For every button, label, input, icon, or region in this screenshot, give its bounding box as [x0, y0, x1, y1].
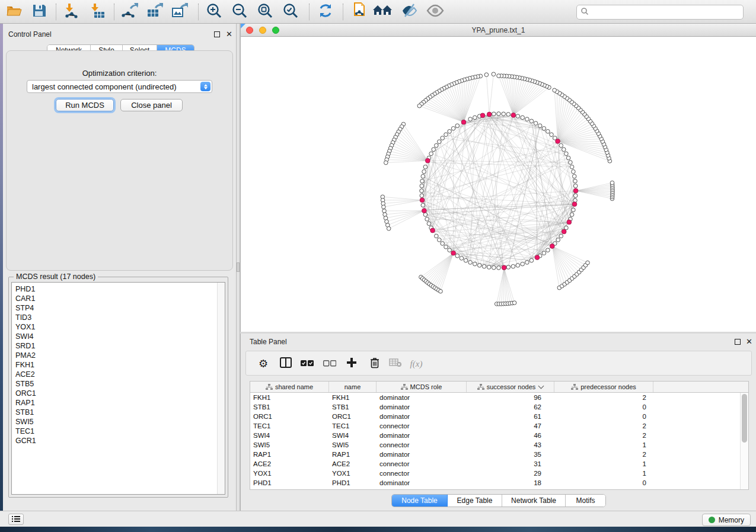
table-cell[interactable]: dominator — [377, 393, 467, 402]
network-node[interactable] — [502, 112, 506, 116]
table-row[interactable]: FKH1FKH1dominator962 — [250, 393, 740, 402]
network-node[interactable] — [525, 261, 529, 265]
network-node[interactable] — [564, 152, 569, 156]
network-node[interactable] — [572, 169, 576, 174]
apply-function-button[interactable]: f(x) — [409, 357, 424, 371]
table-cell[interactable]: PHD1 — [329, 478, 377, 488]
table-cell[interactable]: connector — [377, 469, 467, 478]
network-node[interactable] — [521, 262, 525, 266]
network-node[interactable] — [432, 148, 436, 152]
network-node[interactable] — [492, 72, 496, 76]
table-cell[interactable]: 35 — [467, 450, 554, 459]
open-network-file-button[interactable] — [349, 3, 368, 21]
network-node[interactable] — [572, 208, 576, 212]
open-session-button[interactable] — [5, 3, 24, 21]
table-cell[interactable]: RAP1 — [329, 450, 377, 459]
network-node[interactable] — [586, 261, 590, 265]
network-node[interactable] — [497, 74, 501, 78]
table-cell[interactable]: 2 — [554, 431, 653, 440]
close-panel-icon[interactable]: ✕ — [226, 31, 232, 37]
network-hub-node[interactable] — [451, 251, 456, 255]
network-node[interactable] — [425, 217, 429, 222]
table-row[interactable]: TEC1TEC1connector472 — [250, 421, 740, 431]
network-node[interactable] — [525, 117, 529, 121]
table-row[interactable]: PHD1PHD1dominator180 — [250, 478, 740, 488]
table-cell[interactable]: 0 — [554, 412, 653, 421]
network-hub-node[interactable] — [430, 228, 435, 233]
network-node[interactable] — [448, 248, 452, 252]
table-scrollbar[interactable] — [740, 393, 748, 489]
network-hub-node[interactable] — [511, 113, 516, 118]
search-input[interactable] — [589, 7, 743, 18]
column-header-mcds-role[interactable]: MCDS role — [377, 382, 467, 392]
network-node[interactable] — [455, 124, 460, 128]
network-node[interactable] — [559, 143, 563, 148]
table-cell[interactable]: YOX1 — [329, 469, 377, 478]
table-cell[interactable]: dominator — [377, 478, 467, 488]
table-row[interactable]: ORC1ORC1dominator610 — [250, 412, 740, 421]
zoom-selected-button[interactable] — [281, 3, 300, 21]
network-node[interactable] — [420, 184, 424, 188]
table-cell[interactable]: FKH1 — [250, 393, 329, 402]
table-cell[interactable]: 47 — [467, 421, 554, 431]
close-table-panel-icon[interactable]: ✕ — [746, 338, 752, 345]
table-row[interactable]: RAP1RAP1dominator352 — [250, 450, 740, 459]
network-node[interactable] — [438, 140, 442, 144]
table-cell[interactable]: STB1 — [250, 402, 329, 412]
table-cell[interactable]: dominator — [377, 450, 467, 459]
network-hub-node[interactable] — [480, 113, 485, 118]
network-node[interactable] — [387, 227, 391, 231]
zoom-out-button[interactable] — [230, 3, 249, 21]
table-cell[interactable]: ORC1 — [329, 412, 377, 421]
table-cell[interactable]: SWI5 — [250, 440, 329, 450]
table-cell[interactable]: 96 — [467, 393, 554, 402]
network-node[interactable] — [460, 257, 464, 261]
network-node[interactable] — [421, 203, 425, 207]
network-node[interactable] — [559, 234, 563, 238]
network-node[interactable] — [529, 119, 534, 123]
table-row[interactable]: SWI5SWI5connector431 — [250, 440, 740, 450]
table-cell[interactable]: 61 — [467, 412, 554, 421]
mcds-result-item[interactable]: PMA2 — [12, 351, 216, 360]
table-cell[interactable]: ACE2 — [250, 459, 329, 469]
tab-network-table[interactable]: Network Table — [502, 495, 566, 507]
table-cell[interactable]: 46 — [467, 431, 554, 440]
table-cell[interactable]: RAP1 — [250, 450, 329, 459]
save-session-button[interactable] — [30, 3, 49, 21]
mcds-list-scrollbar[interactable] — [217, 283, 225, 494]
table-cell[interactable]: TEC1 — [329, 421, 377, 431]
add-row-button[interactable] — [344, 357, 359, 371]
table-cell[interactable]: 43 — [467, 440, 554, 450]
network-node[interactable] — [382, 209, 387, 213]
select-all-button[interactable] — [299, 357, 315, 371]
network-hub-node[interactable] — [535, 255, 540, 260]
network-hub-node[interactable] — [556, 139, 560, 144]
table-cell[interactable]: SWI4 — [250, 431, 329, 440]
network-node[interactable] — [384, 161, 388, 165]
mcds-result-item[interactable]: YOX1 — [12, 322, 216, 332]
show-column-button[interactable] — [278, 357, 294, 371]
network-node[interactable] — [506, 265, 511, 270]
network-node[interactable] — [423, 165, 428, 169]
table-cell[interactable]: YOX1 — [250, 469, 329, 478]
memory-button[interactable]: Memory — [702, 514, 751, 526]
mcds-result-item[interactable]: PHD1 — [12, 284, 216, 294]
table-cell[interactable]: 1 — [554, 440, 653, 450]
mcds-result-item[interactable]: RAP1 — [12, 398, 216, 408]
deselect-all-button[interactable] — [322, 357, 337, 371]
network-node[interactable] — [382, 205, 386, 209]
network-node[interactable] — [473, 116, 477, 120]
network-hub-node[interactable] — [422, 209, 427, 213]
network-hub-node[interactable] — [573, 188, 578, 193]
network-hub-node[interactable] — [420, 198, 425, 203]
network-node[interactable] — [422, 169, 426, 174]
network-node[interactable] — [566, 156, 570, 160]
close-panel-button[interactable]: Close panel — [120, 99, 183, 111]
table-cell[interactable]: STB1 — [329, 402, 377, 412]
network-node[interactable] — [438, 238, 442, 242]
table-cell[interactable]: connector — [377, 440, 467, 450]
float-table-panel-icon[interactable] — [735, 339, 741, 345]
vertical-splitter[interactable] — [236, 24, 240, 511]
table-cell[interactable]: 2 — [554, 393, 653, 402]
table-cell[interactable]: 1 — [554, 469, 653, 478]
